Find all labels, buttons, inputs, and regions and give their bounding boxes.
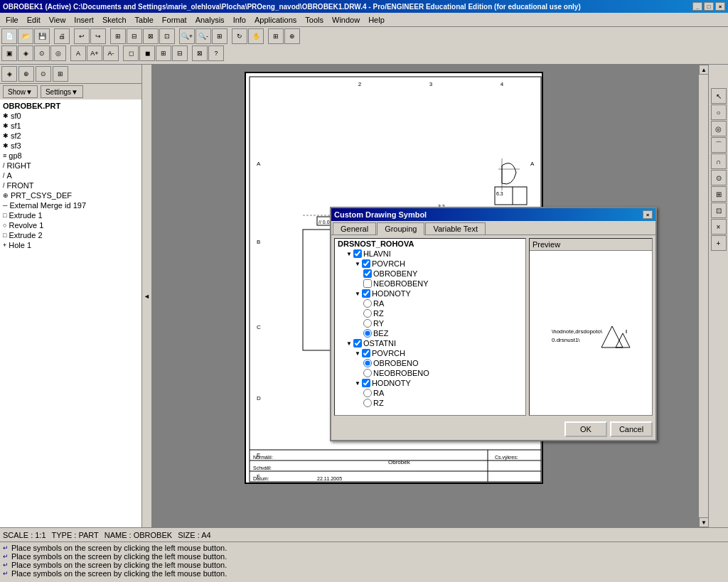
tb-new[interactable]: 📄 bbox=[1, 28, 17, 44]
lp-tb3[interactable]: ⊙ bbox=[36, 66, 51, 82]
bez-radio[interactable] bbox=[363, 329, 372, 338]
tree-obrobeny[interactable]: OBROBENY bbox=[335, 269, 525, 279]
tb-r9[interactable]: ◼ bbox=[139, 45, 155, 61]
menu-edit[interactable]: Edit bbox=[23, 14, 45, 26]
hlavni-checkbox[interactable] bbox=[353, 249, 362, 258]
tree-neobrobeno[interactable]: NEOBROBENO bbox=[335, 368, 525, 378]
rt-b3[interactable]: ⌒ bbox=[711, 137, 727, 153]
tb-save[interactable]: 💾 bbox=[34, 28, 50, 44]
tree-item-revolve1[interactable]: ○ Revolve 1 bbox=[1, 220, 140, 230]
tree-item-hole1[interactable]: + Hole 1 bbox=[1, 240, 140, 250]
tree-item-right[interactable]: / RIGHT bbox=[1, 161, 140, 171]
rz1-radio[interactable] bbox=[363, 309, 372, 318]
menu-info[interactable]: Info bbox=[229, 14, 250, 26]
tb-r1[interactable]: ▣ bbox=[1, 45, 17, 61]
menu-window[interactable]: Window bbox=[328, 14, 364, 26]
tree-item-merge[interactable]: ─ External Merge id 197 bbox=[1, 200, 140, 210]
tree-item-sf1[interactable]: ✱ sf1 bbox=[1, 121, 140, 131]
rt-b9[interactable]: + bbox=[711, 235, 727, 251]
tb-r3[interactable]: ⊙ bbox=[34, 45, 50, 61]
tb-snap[interactable]: ⊕ bbox=[284, 28, 300, 44]
hodnoty2-checkbox[interactable] bbox=[362, 379, 370, 387]
rt-b8[interactable]: × bbox=[711, 219, 727, 235]
tree-bez[interactable]: BEZ bbox=[335, 328, 525, 338]
tb-rotate[interactable]: ↻ bbox=[232, 28, 247, 44]
rt-b6[interactable]: ⊞ bbox=[711, 186, 727, 202]
dialog-close-button[interactable]: × bbox=[643, 210, 653, 219]
rt-b7[interactable]: ⊡ bbox=[711, 203, 727, 218]
tree-rz2[interactable]: RZ bbox=[335, 398, 525, 408]
tab-grouping[interactable]: Grouping bbox=[377, 222, 424, 235]
tb-r6[interactable]: A+ bbox=[87, 45, 102, 61]
ok-button[interactable]: OK bbox=[564, 421, 607, 437]
neobrobeno-radio[interactable] bbox=[363, 369, 372, 377]
tree-item-sf0[interactable]: ✱ sf0 bbox=[1, 111, 140, 121]
menu-table[interactable]: Table bbox=[131, 14, 158, 26]
tb-pan[interactable]: ✋ bbox=[248, 28, 264, 44]
rt-b1[interactable]: ○ bbox=[711, 104, 727, 120]
tree-item-front[interactable]: / FRONT bbox=[1, 180, 140, 190]
rt-b4[interactable]: ∩ bbox=[711, 153, 727, 169]
tb-b3[interactable]: ⊠ bbox=[143, 28, 159, 44]
rt-select[interactable]: ↖ bbox=[711, 88, 727, 104]
obrobeno-radio[interactable] bbox=[363, 359, 372, 367]
tb-r12[interactable]: ⊠ bbox=[192, 45, 208, 61]
tree-item-a[interactable]: / A bbox=[1, 171, 140, 180]
maximize-button[interactable]: □ bbox=[704, 2, 714, 11]
tree-hodnoty1[interactable]: ▼ HODNOTY bbox=[335, 289, 525, 298]
tb-open[interactable]: 📂 bbox=[18, 28, 33, 44]
tb-print[interactable]: 🖨 bbox=[54, 28, 70, 44]
tree-ostatni[interactable]: ▼ OSTATNI bbox=[335, 338, 525, 348]
tree-item-csys[interactable]: ⊕ PRT_CSYS_DEF bbox=[1, 190, 140, 200]
menu-file[interactable]: File bbox=[1, 14, 23, 26]
tree-item-gp8[interactable]: ≡ gp8 bbox=[1, 151, 140, 161]
scroll-down[interactable]: ▼ bbox=[699, 517, 708, 527]
tree-ra1[interactable]: RA bbox=[335, 298, 525, 308]
tb-r10[interactable]: ⊞ bbox=[156, 45, 171, 61]
tree-ra2[interactable]: RA bbox=[335, 388, 525, 398]
tb-zoom-out[interactable]: 🔍- bbox=[196, 28, 211, 44]
menu-analysis[interactable]: Analysis bbox=[191, 14, 229, 26]
drawing-scrollbar[interactable]: ▲ ▼ bbox=[698, 65, 708, 527]
tb-r4[interactable]: ◎ bbox=[50, 45, 66, 61]
tree-hlavni[interactable]: ▼ HLAVNI bbox=[335, 249, 525, 259]
tree-hodnoty2[interactable]: ▼ HODNOTY bbox=[335, 378, 525, 388]
rt-b5[interactable]: ⊙ bbox=[711, 170, 727, 185]
tree-obrobeno[interactable]: OBROBENO bbox=[335, 358, 525, 368]
ra1-radio[interactable] bbox=[363, 299, 372, 308]
minimize-button[interactable]: _ bbox=[692, 2, 702, 11]
tree-ry1[interactable]: RY bbox=[335, 318, 525, 328]
tree-povrch1[interactable]: ▼ POVRCH bbox=[335, 259, 525, 269]
tb-r11[interactable]: ⊟ bbox=[172, 45, 188, 61]
ry1-radio[interactable] bbox=[363, 319, 372, 328]
menu-tools[interactable]: Tools bbox=[301, 14, 328, 26]
cancel-button[interactable]: Cancel bbox=[610, 421, 653, 437]
tree-povrch2[interactable]: ▼ POVRCH bbox=[335, 348, 525, 358]
menu-view[interactable]: View bbox=[45, 14, 70, 26]
tree-neobrobeny[interactable]: NEOBROBENY bbox=[335, 279, 525, 289]
neobrobeny-checkbox[interactable] bbox=[363, 279, 372, 288]
rt-b2[interactable]: ◎ bbox=[711, 121, 727, 136]
tree-item-sf2[interactable]: ✱ sf2 bbox=[1, 131, 140, 141]
left-collapse-button[interactable]: ◄ bbox=[142, 65, 152, 527]
show-button[interactable]: Show▼ bbox=[3, 85, 38, 98]
obrobeny-checkbox[interactable] bbox=[363, 269, 372, 278]
ostatni-checkbox[interactable] bbox=[353, 339, 362, 347]
tab-general[interactable]: General bbox=[333, 222, 376, 235]
tb-r13[interactable]: ? bbox=[208, 45, 224, 61]
menu-help[interactable]: Help bbox=[364, 14, 389, 26]
menu-applications[interactable]: Applications bbox=[250, 14, 301, 26]
tb-zoom-in[interactable]: 🔍+ bbox=[179, 28, 195, 44]
tree-item-sf3[interactable]: ✱ sf3 bbox=[1, 141, 140, 151]
tb-undo[interactable]: ↩ bbox=[74, 28, 90, 44]
ra2-radio[interactable] bbox=[363, 389, 372, 397]
lp-tb1[interactable]: ◈ bbox=[1, 66, 17, 82]
rz2-radio[interactable] bbox=[363, 399, 372, 407]
tb-r5[interactable]: A bbox=[70, 45, 86, 61]
menu-insert[interactable]: Insert bbox=[70, 14, 98, 26]
menu-sketch[interactable]: Sketch bbox=[98, 14, 131, 26]
dialog-tree-list[interactable]: DRSNOST_ROHOVA ▼ HLAVNI ▼ POVRCH bbox=[334, 238, 526, 416]
tb-b2[interactable]: ⊟ bbox=[127, 28, 142, 44]
tb-redo[interactable]: ↪ bbox=[90, 28, 106, 44]
tb-b4[interactable]: ⊡ bbox=[159, 28, 175, 44]
